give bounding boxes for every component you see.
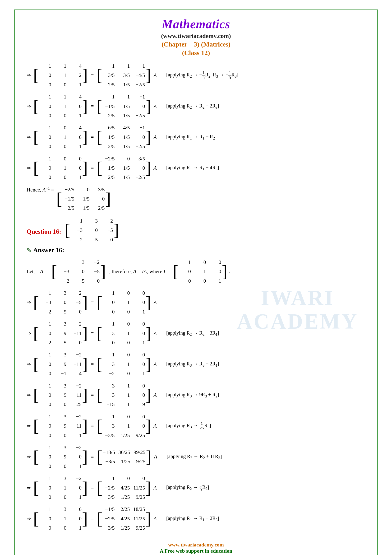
subtitle-chapter: (Chapter – 3) (Matrices) xyxy=(27,41,365,48)
matrix-cells-r1: 11−1 3/53/5−4/5 2/51/5−2/5 xyxy=(103,61,145,89)
step-q16-5: ⇒ [ 13−2 090 001 ] = [ −18/536/2599/25 −… xyxy=(27,443,365,471)
answer-16-label: ✎ Answer 16: xyxy=(27,245,365,256)
page-container: IWARIACADEMY Mathematics (www.tiwariacad… xyxy=(14,9,378,555)
step-q16-1: ⇒ [ 13−2 09−11 250 ] = [ 100 310 001 ] xyxy=(27,319,365,347)
step-q16-3: ⇒ [ 13−2 09−11 0025 ] = [ 310 310 −1519 … xyxy=(27,381,365,409)
step-q16-7: ⇒ [ 130 010 001 ] = [ −1/52/2518/25 −2/5… xyxy=(27,505,365,532)
step-q16-4: ⇒ [ 13−2 09−11 001 ] = [ 100 310 −3/51/2… xyxy=(27,412,365,440)
arrow-1: ⇒ xyxy=(27,71,31,80)
applying-1: [applying R2 → −15R2, R3 → −15R3] xyxy=(166,71,238,80)
left-matrix-2: [ 114 010 001 ] xyxy=(33,92,88,120)
right-matrix-1: [ 11−1 3/53/5−4/5 2/51/5−2/5 ] xyxy=(97,61,151,89)
bracket-left-1: [ xyxy=(33,68,39,82)
question-16-row: Question 16: [ 13−2 −30−5 250 ] xyxy=(27,216,365,244)
left-matrix-1: [ 114 012 001 ] xyxy=(33,61,88,89)
bracket-right-1: ] xyxy=(82,68,88,82)
step-q16-0: ⇒ [ 13−2 −30−5 250 ] = [ 100 010 001 ] xyxy=(27,289,365,316)
footer: www.tiwariacademy.com A Free web support… xyxy=(27,539,365,554)
step-q16-6: ⇒ [ 13−2 010 001 ] = [ 100 −2/54/2511/25… xyxy=(27,474,365,501)
question-16-label: Question 16: xyxy=(27,226,61,237)
footer-tagline: A Free web support in education xyxy=(27,548,365,554)
page-title: Mathematics xyxy=(27,17,365,31)
step-q16-2: ⇒ [ 13−2 09−11 0−14 ] = [ 100 310 −201 ] xyxy=(27,350,365,378)
step-row-1: ⇒ [ 114 012 001 ] = [ 11−1 3/53/5−4/5 2/… xyxy=(27,61,365,89)
hence-row: Hence, A−1 = [ −2/503/5 −1/51/50 2/51/5−… xyxy=(27,185,365,213)
right-matrix-2: [ 11−1 −1/51/50 2/51/5−2/5 ] xyxy=(97,92,151,120)
footer-url: www.tiwariacademy.com xyxy=(27,542,365,548)
step-row-3: ⇒ [ 104 010 001 ] = [ 6/54/5−1 −1/51/50 … xyxy=(27,123,365,151)
subtitle-url: (www.tiwariacademy.com) xyxy=(27,32,365,40)
subtitle-class: (Class 12) xyxy=(27,49,365,57)
content-area: ⇒ [ 114 012 001 ] = [ 11−1 3/53/5−4/5 2/… xyxy=(27,61,365,532)
step-row-4: ⇒ [ 100 010 001 ] = [ −2/503/5 −1/51/50 … xyxy=(27,154,365,182)
matrix-cells-1: 114 012 001 xyxy=(39,61,82,89)
step-row-2: ⇒ [ 114 010 001 ] = [ 11−1 −1/51/50 2/51… xyxy=(27,92,365,120)
let-row: Let, A = [ 13−2 −30−5 250 ] , therefore,… xyxy=(27,258,365,285)
pencil-icon: ✎ xyxy=(27,246,31,255)
